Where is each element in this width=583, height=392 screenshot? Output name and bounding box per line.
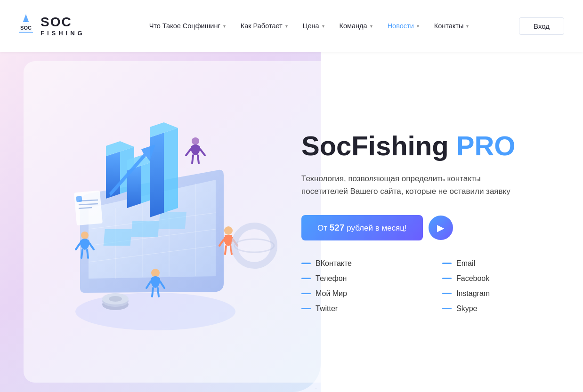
- contact-facebook: Facebook: [442, 274, 555, 283]
- logo-icon: SOC: [14, 12, 38, 40]
- cta-suffix: рублей в месяц!: [347, 224, 407, 232]
- navbar: SOC SOC FISHING Что Такое Соцфишинг ▾ Ка…: [0, 0, 583, 52]
- svg-rect-12: [104, 229, 132, 246]
- contact-email: Email: [442, 259, 555, 268]
- dash-icon: [301, 263, 311, 264]
- hero-title-pro: PRO: [456, 130, 516, 161]
- svg-line-27: [76, 243, 80, 249]
- play-button[interactable]: ▶: [429, 216, 453, 240]
- nav-item-contacts[interactable]: Контакты ▾: [428, 18, 476, 33]
- hero-title: SocFishing PRO: [301, 131, 555, 161]
- hero-description: Технология, позволяющая определить конта…: [301, 172, 527, 198]
- svg-point-31: [224, 226, 233, 235]
- logo[interactable]: SOC SOC FISHING: [14, 12, 99, 40]
- dash-icon: [442, 263, 452, 264]
- svg-text:SOC: SOC: [20, 25, 32, 31]
- contact-skype-label: Skype: [456, 304, 477, 313]
- play-icon: ▶: [437, 222, 444, 233]
- contact-phone: Телефон: [301, 274, 414, 283]
- chevron-down-icon: ▾: [285, 24, 288, 29]
- svg-line-23: [200, 149, 205, 155]
- login-button[interactable]: Вход: [519, 17, 564, 35]
- svg-rect-19: [76, 196, 82, 202]
- chevron-down-icon: ▾: [466, 24, 469, 29]
- contact-phone-label: Телефон: [316, 274, 347, 283]
- contact-instagram-label: Instagram: [456, 289, 490, 298]
- contact-facebook-label: Facebook: [456, 274, 489, 283]
- dash-icon: [301, 293, 311, 294]
- contact-vk-label: ВКонтакте: [316, 259, 352, 268]
- cta-price-button[interactable]: От 527 рублей в месяц!: [301, 215, 423, 240]
- hero-title-main: SocFishing: [301, 130, 449, 161]
- nav-item-price[interactable]: Цена ▾: [296, 18, 331, 33]
- chevron-down-icon: ▾: [322, 24, 324, 29]
- svg-point-21: [192, 137, 199, 145]
- svg-rect-13: [131, 221, 159, 237]
- hero-right: SocFishing PRO Технология, позволяющая о…: [283, 131, 555, 312]
- contact-twitter: Twitter: [301, 304, 414, 313]
- nav-item-team[interactable]: Команда ▾: [333, 18, 379, 33]
- hero-content: SocFishing PRO Технология, позволяющая о…: [0, 52, 583, 392]
- svg-point-47: [109, 296, 122, 302]
- svg-point-4: [75, 293, 235, 330]
- contact-instagram: Instagram: [442, 289, 555, 298]
- dash-icon: [442, 278, 452, 279]
- hero-illustration: [28, 109, 283, 335]
- contact-skype: Skype: [442, 304, 555, 313]
- nav-item-what[interactable]: Что Такое Соцфишинг ▾: [143, 18, 232, 33]
- chevron-down-icon: ▾: [370, 24, 372, 29]
- svg-line-22: [186, 149, 191, 155]
- contact-myworld-label: Мой Мир: [316, 289, 347, 298]
- svg-point-43: [235, 239, 274, 252]
- svg-line-30: [87, 250, 88, 258]
- contact-email-label: Email: [456, 259, 475, 268]
- svg-line-29: [81, 250, 82, 258]
- contact-twitter-label: Twitter: [316, 304, 338, 313]
- svg-point-26: [81, 232, 89, 239]
- chevron-down-icon: ▾: [223, 24, 226, 29]
- svg-rect-14: [159, 212, 186, 229]
- hero-cta: От 527 рублей в месяц! ▶: [301, 215, 555, 240]
- svg-point-42: [235, 226, 274, 265]
- contacts-grid: ВКонтакте Email Телефон Facebook Мой Мир: [301, 259, 555, 313]
- logo-soc: SOC: [40, 15, 85, 30]
- svg-line-24: [192, 155, 193, 163]
- svg-line-40: [152, 288, 153, 296]
- cta-price-value: 527: [330, 223, 345, 232]
- svg-point-37: [151, 269, 160, 277]
- chevron-down-icon: ▾: [417, 24, 419, 29]
- logo-fishing: FISHING: [40, 30, 85, 37]
- svg-line-25: [198, 155, 199, 163]
- dash-icon: [301, 278, 311, 279]
- svg-line-35: [225, 246, 226, 254]
- svg-line-41: [158, 288, 159, 296]
- dash-icon: [442, 308, 452, 309]
- nav-item-how[interactable]: Как Работает ▾: [234, 18, 294, 33]
- dash-icon: [442, 293, 452, 294]
- contact-myworld: Мой Мир: [301, 289, 414, 298]
- cta-prefix: От: [317, 224, 327, 232]
- contact-vk: ВКонтакте: [301, 259, 414, 268]
- nav-links: Что Такое Соцфишинг ▾ Как Работает ▾ Цен…: [99, 18, 519, 33]
- logo-text: SOC FISHING: [40, 15, 85, 37]
- nav-item-news[interactable]: Новости ▾: [381, 18, 426, 33]
- dash-icon: [301, 308, 311, 309]
- hero-section: SocFishing PRO Технология, позволяющая о…: [0, 52, 583, 392]
